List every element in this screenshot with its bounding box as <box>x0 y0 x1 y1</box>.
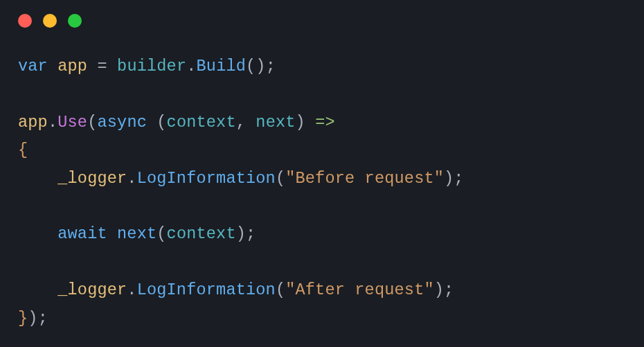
ident-app: app <box>18 113 48 132</box>
code-window: var app = builder.Build(); app.Use(async… <box>0 0 644 347</box>
code-editor[interactable]: var app = builder.Build(); app.Use(async… <box>0 35 644 332</box>
space <box>87 57 97 75</box>
keyword-async: async <box>97 113 147 132</box>
space <box>147 113 156 132</box>
arrow: => <box>315 113 335 132</box>
method-use: Use <box>57 113 87 132</box>
dot: . <box>186 57 196 75</box>
ident-builder: builder <box>117 57 186 75</box>
space <box>246 113 256 132</box>
ident-logger: _logger <box>57 169 127 188</box>
space <box>305 113 315 132</box>
param-next: next <box>256 113 295 132</box>
close-paren: ) <box>28 309 37 328</box>
open-paren: ( <box>276 281 285 299</box>
op-assign: = <box>97 57 107 75</box>
semicolon: ; <box>38 309 48 328</box>
semicolon: ; <box>444 281 454 299</box>
string-after: "After request" <box>285 281 434 299</box>
close-paren: ) <box>256 57 265 75</box>
open-paren: ( <box>156 113 166 132</box>
space <box>48 57 57 75</box>
close-paren: ) <box>236 224 246 243</box>
minimize-icon[interactable] <box>43 14 57 28</box>
dot: . <box>127 281 136 299</box>
close-paren: ) <box>296 113 305 132</box>
keyword-await: await <box>57 224 107 243</box>
comma: , <box>236 113 246 132</box>
method-loginformation: LogInformation <box>137 169 276 188</box>
ident-app: app <box>57 57 87 75</box>
string-before: "Before request" <box>285 169 444 188</box>
close-icon[interactable] <box>18 14 32 28</box>
semicolon: ; <box>266 57 276 75</box>
method-loginformation: LogInformation <box>137 281 276 299</box>
window-titlebar <box>0 0 644 35</box>
ident-logger: _logger <box>57 281 127 299</box>
open-brace: { <box>18 141 28 159</box>
space <box>107 224 117 243</box>
dot: . <box>48 113 57 132</box>
param-context: context <box>167 113 236 132</box>
dot: . <box>127 169 136 188</box>
semicolon: ; <box>454 169 463 188</box>
close-paren: ) <box>444 169 454 188</box>
method-build: Build <box>197 57 247 75</box>
semicolon: ; <box>246 224 256 243</box>
param-context: context <box>167 224 236 243</box>
open-paren: ( <box>246 57 256 75</box>
keyword-var: var <box>18 57 48 75</box>
open-paren: ( <box>156 224 166 243</box>
maximize-icon[interactable] <box>68 14 82 28</box>
space <box>107 57 117 75</box>
close-paren: ) <box>434 281 444 299</box>
method-next: next <box>117 224 156 243</box>
open-paren: ( <box>276 169 285 188</box>
close-brace: } <box>18 309 28 328</box>
open-paren: ( <box>87 113 97 132</box>
